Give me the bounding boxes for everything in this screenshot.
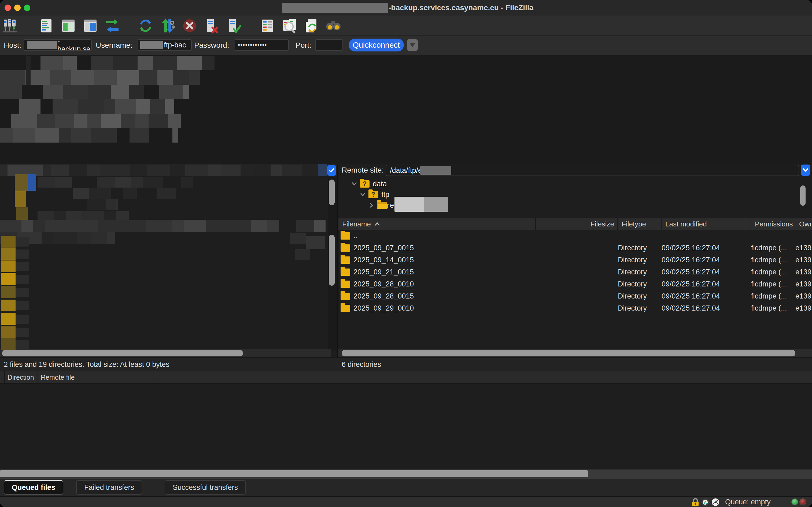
redacted-pixel <box>104 99 115 114</box>
redacted-pixel <box>55 177 72 187</box>
site-manager-icon[interactable] <box>2 18 18 34</box>
remote-site-dropdown-button[interactable] <box>801 165 810 176</box>
remote-site-input[interactable]: /data/ftp/e <box>386 165 799 176</box>
toolbar <box>0 15 812 35</box>
redacted-pixel <box>1 299 15 312</box>
local-hscroll-thumb[interactable] <box>2 350 243 356</box>
tree-item-data[interactable]: data <box>351 178 387 189</box>
redacted-pixel <box>129 85 144 99</box>
find-files-icon[interactable] <box>325 18 342 34</box>
secure-connection-lock-icon[interactable] <box>691 498 700 507</box>
queue-hscroll-thumb[interactable] <box>0 470 588 477</box>
redacted-pixel <box>15 328 29 337</box>
directory-filters-icon[interactable] <box>259 18 276 34</box>
process-queue-icon[interactable] <box>159 18 176 34</box>
remote-file-row[interactable]: .. <box>339 230 812 242</box>
queue-column-direction[interactable]: Direction <box>5 372 38 383</box>
folder-icon <box>341 269 350 276</box>
redacted-pixel <box>1 326 15 338</box>
redacted-pixel <box>157 188 176 199</box>
folder-question-icon <box>368 191 378 198</box>
local-tree-scroll-thumb[interactable] <box>329 179 335 205</box>
file-owner: e13928 <box>795 302 812 314</box>
chevron-down-icon[interactable] <box>351 182 358 186</box>
zoom-window-button[interactable] <box>24 5 30 11</box>
remote-file-row[interactable]: 2025_09_14_0015Directory09/02/25 16:27:0… <box>339 254 812 266</box>
toggle-local-tree-icon[interactable] <box>60 18 77 34</box>
file-last_modified: 09/02/25 16:27:04 <box>662 266 751 278</box>
redacted-pixel <box>42 232 53 244</box>
synchronized-browsing-icon[interactable] <box>303 18 320 34</box>
username-input[interactable]: ftp-bac <box>138 39 192 51</box>
password-label: Password: <box>194 36 229 55</box>
queue-horizontal-scrollbar[interactable] <box>0 469 812 480</box>
redacted-pixel <box>15 249 29 259</box>
transfer-mode-gear-icon[interactable]: A <box>701 498 710 507</box>
remote-file-row[interactable]: 2025_09_28_0010Directory09/02/25 16:27:0… <box>339 278 812 290</box>
file-filesize <box>536 230 618 242</box>
tab-successful-transfers[interactable]: Successful transfers <box>165 480 246 495</box>
tree-item-selected[interactable]: e <box>368 200 448 211</box>
local-list-scroll-thumb[interactable] <box>329 235 335 286</box>
local-site-dropdown-button[interactable] <box>327 165 336 176</box>
disconnect-icon[interactable] <box>203 18 220 34</box>
remote-file-row[interactable]: 2025_09_21_0015Directory09/02/25 16:27:0… <box>339 266 812 278</box>
redacted-pixel <box>19 99 41 114</box>
file-permissions: flcdmpe (... <box>751 290 795 302</box>
host-value: -backup.se <box>57 39 91 51</box>
redacted-pixel <box>153 56 177 70</box>
toggle-remote-tree-icon[interactable] <box>82 18 99 34</box>
queue-status-text: Queue: empty <box>725 497 771 507</box>
column-filename[interactable]: Filename <box>339 218 536 230</box>
file-owner: e13928 <box>795 266 812 278</box>
column-owner[interactable]: Owner/ <box>795 218 812 230</box>
redacted-pixel <box>1 236 15 247</box>
tab-failed-transfers[interactable]: Failed transfers <box>76 480 142 495</box>
redacted-pixel <box>123 188 137 199</box>
toggle-transfer-queue-icon[interactable] <box>104 18 121 34</box>
refresh-icon[interactable] <box>137 18 154 34</box>
remote-file-row[interactable]: 2025_09_28_0015Directory09/02/25 16:27:0… <box>339 290 812 302</box>
file-name: 2025_09_21_0015 <box>353 268 414 276</box>
column-filesize[interactable]: Filesize <box>536 218 618 230</box>
redacted-pixel <box>53 232 77 244</box>
remote-hscroll-thumb[interactable] <box>342 350 795 356</box>
redacted-pixel <box>15 315 29 324</box>
toggle-message-log-icon[interactable] <box>38 18 55 34</box>
close-window-button[interactable] <box>5 5 11 11</box>
redacted-pixel <box>115 99 136 114</box>
speed-limit-icon[interactable] <box>711 498 720 507</box>
remote-file-row[interactable]: 2025_09_29_0010Directory09/02/25 16:27:0… <box>339 302 812 314</box>
tree-item-ftp[interactable]: ftp <box>359 189 389 200</box>
local-vertical-scrollbar[interactable] <box>328 177 337 350</box>
file-name: 2025_09_28_0010 <box>353 280 414 288</box>
folder-icon <box>341 305 350 312</box>
queue-column-remote-file[interactable]: Remote file <box>38 372 153 383</box>
local-horizontal-scrollbar[interactable] <box>0 349 331 357</box>
svg-text:A: A <box>704 500 707 505</box>
password-input[interactable]: •••••••••••• <box>235 39 289 51</box>
cancel-operation-icon[interactable] <box>181 18 198 34</box>
redacted-pixel <box>146 220 172 232</box>
remote-file-row[interactable]: 2025_09_07_0015Directory09/02/25 16:27:0… <box>339 242 812 254</box>
redacted-pixel <box>63 85 88 99</box>
port-input[interactable] <box>315 39 343 51</box>
column-filetype[interactable]: Filetype <box>618 218 662 230</box>
quickconnect-dropdown-button[interactable] <box>407 39 418 51</box>
queue-column-spacer <box>0 372 5 383</box>
redacted-pixel <box>116 200 118 210</box>
redacted-pixel <box>21 220 33 232</box>
directory-comparison-icon[interactable] <box>281 18 298 34</box>
quickconnect-button[interactable]: Quickconnect <box>349 39 404 51</box>
remote-horizontal-scrollbar[interactable] <box>339 349 812 357</box>
tab-queued-files[interactable]: Queued files <box>4 480 63 495</box>
chevron-right-icon[interactable] <box>368 203 375 208</box>
host-input[interactable]: -backup.se <box>23 39 92 51</box>
port-label: Port: <box>296 36 311 55</box>
column-permissions[interactable]: Permissions <box>751 218 795 230</box>
reconnect-icon[interactable] <box>225 18 242 34</box>
column-last-modified[interactable]: Last modified <box>662 218 751 230</box>
remote-tree-scroll-thumb[interactable] <box>800 185 806 206</box>
minimize-window-button[interactable] <box>14 5 21 11</box>
chevron-down-icon[interactable] <box>359 193 366 196</box>
